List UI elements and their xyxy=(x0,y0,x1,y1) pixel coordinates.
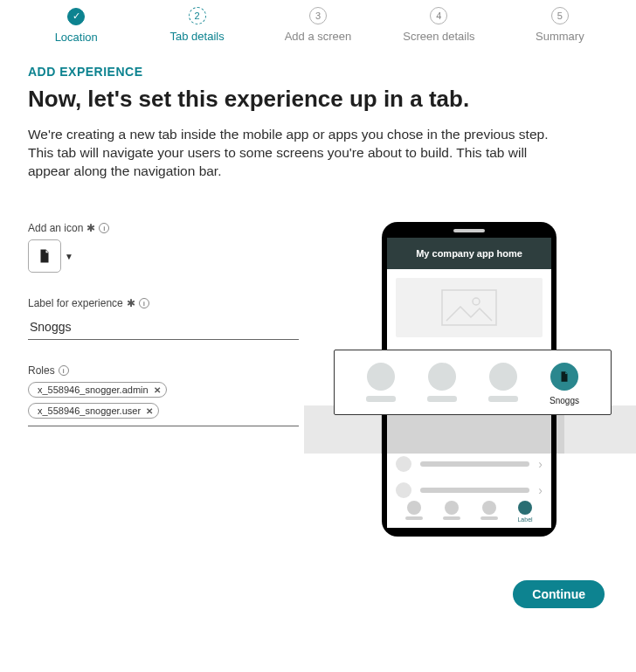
step-summary[interactable]: 5 Summary xyxy=(500,7,620,44)
label-field-label: Label for experience ✱ i xyxy=(28,297,299,309)
info-icon[interactable]: i xyxy=(59,365,69,376)
step-location[interactable]: ✓ Location xyxy=(16,7,136,44)
svg-point-1 xyxy=(473,298,480,305)
phone-notch xyxy=(453,229,485,232)
label-input[interactable] xyxy=(28,315,299,340)
tab-preview-floating: Snoggs xyxy=(334,350,612,415)
image-placeholder-icon xyxy=(396,278,543,337)
phone-preview: My company app home › › Label xyxy=(334,222,608,545)
phone-header: My company app home xyxy=(387,238,551,269)
svg-rect-0 xyxy=(442,290,496,325)
step-screen-details[interactable]: 4 Screen details xyxy=(378,7,499,44)
roles-field-label: Roles i xyxy=(28,364,299,377)
close-icon[interactable]: ✕ xyxy=(154,385,161,395)
document-icon xyxy=(550,363,578,391)
info-icon[interactable]: i xyxy=(99,223,109,233)
page-title: Now, let's set this experience up in a t… xyxy=(28,86,584,113)
roles-chips[interactable]: x_558946_snogger.admin ✕ x_558946_snogge… xyxy=(28,382,299,426)
step-tab-details[interactable]: 2 Tab details xyxy=(136,7,257,44)
chevron-right-icon: › xyxy=(538,457,543,471)
list-item: › xyxy=(396,451,543,477)
info-icon[interactable]: i xyxy=(139,298,149,308)
icon-picker-button[interactable] xyxy=(28,239,61,273)
required-asterisk: ✱ xyxy=(127,297,135,309)
chevron-down-icon[interactable]: ▼ xyxy=(65,252,73,261)
page-description: We're creating a new tab inside the mobi… xyxy=(28,126,552,181)
step-add-screen[interactable]: 3 Add a screen xyxy=(258,7,378,44)
check-icon: ✓ xyxy=(67,8,85,25)
role-chip: x_558946_snogger.admin ✕ xyxy=(28,382,167,398)
stepper: ✓ Location 2 Tab details 3 Add a screen … xyxy=(0,0,636,44)
list-item: › xyxy=(396,477,543,503)
icon-field-label: Add an icon ✱ i xyxy=(28,222,299,234)
phone-nav: Label xyxy=(396,501,543,523)
chevron-right-icon: › xyxy=(538,483,543,497)
continue-button[interactable]: Continue xyxy=(513,580,605,608)
required-asterisk: ✱ xyxy=(86,222,95,234)
close-icon[interactable]: ✕ xyxy=(146,406,153,416)
document-icon xyxy=(37,248,52,264)
role-chip: x_558946_snogger.user ✕ xyxy=(28,403,159,419)
section-overline: ADD EXPERIENCE xyxy=(28,65,584,79)
